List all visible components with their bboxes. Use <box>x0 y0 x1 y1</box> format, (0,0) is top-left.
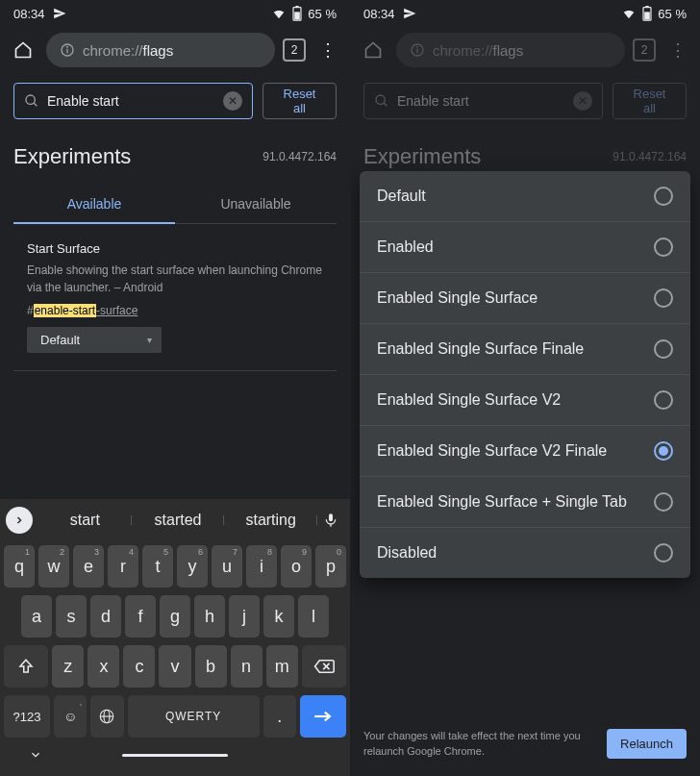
svg-rect-2 <box>295 12 301 19</box>
mic-icon[interactable] <box>317 511 344 530</box>
tab-available[interactable]: Available <box>13 185 175 223</box>
keyboard-row-2: asdfghjkl <box>0 591 350 641</box>
key-t[interactable]: t5 <box>142 545 173 588</box>
radio-icon <box>654 187 673 206</box>
key-a[interactable]: a <box>21 595 52 638</box>
status-bar: 08:34 65 % <box>350 0 700 27</box>
key-c[interactable]: c <box>123 645 155 688</box>
search-row: ✕ Reset all <box>350 73 700 129</box>
wifi-icon <box>621 7 637 20</box>
suggestion-2[interactable]: started <box>132 512 225 529</box>
url-bar[interactable]: chrome://flags <box>46 33 275 67</box>
option-item[interactable]: Disabled <box>360 528 690 578</box>
radio-icon <box>654 288 673 308</box>
key-n[interactable]: n <box>231 645 262 688</box>
nav-handle[interactable] <box>122 754 228 757</box>
info-icon <box>60 42 75 58</box>
tab-unavailable[interactable]: Unavailable <box>175 185 337 223</box>
space-key[interactable]: QWERTY <box>128 695 260 738</box>
relaunch-text: Your changes will take effect the next t… <box>363 729 597 759</box>
svg-line-22 <box>384 103 387 106</box>
battery-icon <box>292 6 302 21</box>
enter-key[interactable] <box>300 695 346 738</box>
tab-switcher[interactable]: 2 <box>283 38 306 62</box>
clear-button[interactable]: ✕ <box>573 91 592 111</box>
option-item[interactable]: Enabled Single Surface Finale <box>360 324 690 375</box>
option-label: Enabled Single Surface Finale <box>377 340 584 358</box>
key-d[interactable]: d <box>90 595 121 638</box>
emoji-key[interactable]: ☺, <box>54 695 87 738</box>
search-box[interactable]: ✕ <box>363 83 603 119</box>
svg-point-5 <box>67 46 68 47</box>
key-w[interactable]: w2 <box>38 545 69 588</box>
chrome-version: 91.0.4472.164 <box>612 150 687 163</box>
key-g[interactable]: g <box>160 595 190 638</box>
home-button[interactable] <box>8 35 38 65</box>
tabs: Available Unavailable <box>13 185 337 224</box>
key-q[interactable]: q1 <box>4 545 35 588</box>
reset-all-button[interactable]: Reset all <box>262 83 337 119</box>
experiments-header: Experiments 91.0.4472.164 <box>350 129 700 177</box>
key-v[interactable]: v <box>159 645 190 688</box>
home-button[interactable] <box>358 35 388 65</box>
option-item[interactable]: Enabled Single Surface V2 <box>360 375 690 426</box>
relaunch-button[interactable]: Relaunch <box>607 729 687 759</box>
search-input[interactable] <box>397 93 565 109</box>
tab-switcher[interactable]: 2 <box>633 38 656 62</box>
shift-key[interactable] <box>4 645 48 688</box>
key-h[interactable]: h <box>194 595 225 638</box>
clear-button[interactable]: ✕ <box>223 91 242 111</box>
nav-chevron-icon[interactable] <box>29 748 42 762</box>
flag-dropdown[interactable]: Default <box>27 327 162 353</box>
key-i[interactable]: i8 <box>246 545 277 588</box>
browser-bar: chrome://flags 2 ⋮ <box>0 27 350 73</box>
option-item[interactable]: Enabled Single Surface <box>360 273 690 324</box>
radio-icon <box>654 543 673 563</box>
key-j[interactable]: j <box>229 595 260 638</box>
flag-anchor[interactable]: #enable-start-surface <box>27 304 323 317</box>
keyboard-row-4: ?123 ☺, QWERTY . <box>0 691 350 741</box>
globe-key[interactable] <box>90 695 123 738</box>
period-key[interactable]: . <box>263 695 296 738</box>
key-p[interactable]: p0 <box>315 545 346 588</box>
key-l[interactable]: l <box>298 595 329 638</box>
reset-all-button[interactable]: Reset all <box>612 83 687 119</box>
key-o[interactable]: o9 <box>281 545 312 588</box>
option-item[interactable]: Enabled <box>360 222 690 273</box>
key-m[interactable]: m <box>266 645 298 688</box>
symbols-key[interactable]: ?123 <box>4 695 50 738</box>
key-b[interactable]: b <box>195 645 227 688</box>
svg-rect-1 <box>296 6 299 8</box>
svg-point-20 <box>417 46 418 47</box>
battery-percent: 65 % <box>658 7 687 21</box>
option-item[interactable]: Default <box>360 171 690 222</box>
search-input[interactable] <box>47 93 215 109</box>
key-r[interactable]: r4 <box>108 545 138 588</box>
suggestion-3[interactable]: starting <box>224 512 317 529</box>
search-icon <box>374 93 389 109</box>
key-z[interactable]: z <box>52 645 84 688</box>
suggestion-back-icon[interactable] <box>6 507 33 534</box>
menu-button[interactable]: ⋮ <box>663 39 692 61</box>
option-item[interactable]: Enabled Single Surface V2 Finale <box>360 426 690 477</box>
keyboard: start started starting q1w2e3r4t5y6u7i8o… <box>0 499 350 776</box>
telegram-icon <box>403 7 416 20</box>
key-y[interactable]: y6 <box>177 545 208 588</box>
suggestion-1[interactable]: start <box>38 512 132 529</box>
url-bar[interactable]: chrome://flags <box>396 33 625 67</box>
radio-icon <box>654 238 673 257</box>
key-k[interactable]: k <box>263 595 294 638</box>
svg-point-21 <box>376 95 385 104</box>
search-row: ✕ Reset all <box>0 73 350 129</box>
key-s[interactable]: s <box>56 595 87 638</box>
key-u[interactable]: u7 <box>212 545 242 588</box>
search-box[interactable]: ✕ <box>13 83 253 119</box>
menu-button[interactable]: ⋮ <box>313 39 342 61</box>
option-item[interactable]: Enabled Single Surface + Single Tab <box>360 477 690 528</box>
wifi-icon <box>271 7 287 20</box>
key-e[interactable]: e3 <box>73 545 104 588</box>
backspace-key[interactable] <box>302 645 346 688</box>
key-x[interactable]: x <box>88 645 119 688</box>
search-icon <box>24 93 39 109</box>
key-f[interactable]: f <box>125 595 156 638</box>
